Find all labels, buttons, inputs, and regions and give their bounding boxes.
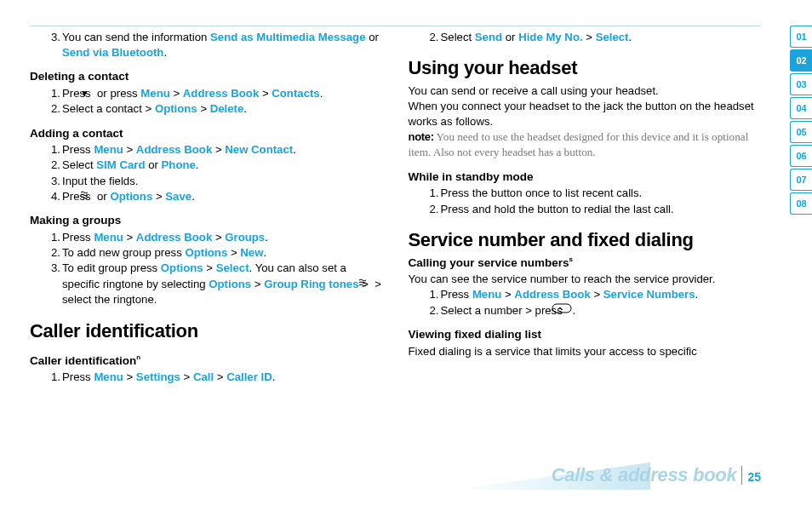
- subhead-calling-service: Calling your service numberss: [409, 255, 762, 271]
- chapter-tab-08[interactable]: 08: [790, 192, 812, 215]
- send-key-icon: [565, 302, 572, 318]
- text: Input the fields.: [62, 175, 138, 187]
- text: or: [366, 31, 379, 43]
- link-send-bt: Send via Bluetooth: [62, 46, 163, 59]
- subhead-caller-id: Caller identificationn: [30, 353, 383, 369]
- list-item: 2.Select SIM Card or Phone.: [30, 158, 383, 173]
- chapter-tab-02[interactable]: 02: [790, 49, 812, 72]
- link-caller-id: Caller ID: [226, 370, 272, 383]
- list-item: 1.Press Menu > Address Book > New Contac…: [30, 142, 383, 158]
- text: To edit group press: [62, 261, 161, 274]
- link-options: Options: [209, 278, 251, 290]
- subhead-fixed-dialing: Viewing fixed dialing list: [409, 327, 762, 343]
- link-options: Options: [110, 190, 152, 203]
- text: To add new group press: [62, 246, 185, 259]
- link-settings: Settings: [136, 370, 180, 383]
- superscript: n: [136, 353, 140, 361]
- heading-caller-id: Caller identification: [30, 318, 383, 344]
- link-options: Options: [185, 246, 227, 259]
- text: Press: [62, 87, 94, 100]
- list-item: 1.Press Menu > Address Book > Service Nu…: [409, 287, 762, 302]
- text: Select a contact >: [62, 102, 155, 115]
- link-address-book: Address Book: [136, 231, 212, 244]
- list-item: 3.To edit group press Options > Select. …: [30, 261, 383, 307]
- link-hide-my-no: Hide My No.: [518, 31, 582, 43]
- list-item: 1.Press the button once to list recent c…: [409, 186, 762, 201]
- headset-intro-2: When you connect your headset to the jac…: [409, 99, 762, 129]
- link-group-ring-tones: Group Ring tones: [264, 278, 358, 290]
- list-item: 2.To add new group press Options > New.: [30, 245, 383, 261]
- groups-steps: 1.Press Menu > Address Book > Groups. 2.…: [30, 230, 383, 308]
- text: Press the button once to list recent cal…: [441, 187, 643, 199]
- calling-intro: You can see the service number to reach …: [409, 272, 762, 287]
- link-send-mms: Send as Multimedia Message: [210, 31, 366, 43]
- text: Caller identification: [30, 353, 136, 366]
- text: Press: [441, 288, 472, 301]
- adding-steps: 1.Press Menu > Address Book > New Contac…: [30, 142, 383, 204]
- link-options: Options: [161, 261, 203, 274]
- fixed-dialing-text: Fixed dialing is a service that limits y…: [409, 344, 762, 359]
- heading-service-number: Service number and fixed dialing: [409, 227, 762, 253]
- link-select: Select: [216, 261, 249, 274]
- headset-note: note: You need to use the headset design…: [409, 129, 762, 160]
- link-new-contact: New Contact: [225, 143, 293, 156]
- list-item: 1.Press Menu > Settings > Call > Caller …: [30, 370, 383, 385]
- text: Press and hold the button to redial the …: [441, 203, 674, 215]
- footer-divider: [741, 466, 742, 485]
- link-options: Options: [155, 102, 197, 115]
- chapter-tab-01[interactable]: 01: [790, 26, 812, 48]
- chapter-tab-03[interactable]: 03: [790, 73, 812, 95]
- link-address-book: Address Book: [136, 143, 212, 156]
- text: or press: [94, 87, 140, 100]
- svg-rect-0: [552, 304, 571, 313]
- list-item: 1.Press ▼ or press Menu > Address Book >…: [30, 86, 383, 101]
- link-contacts: Contacts: [272, 87, 319, 100]
- chapter-tab-07[interactable]: 07: [790, 169, 812, 191]
- text: Press: [62, 143, 94, 156]
- text: Calling your service numbers: [409, 256, 569, 269]
- subhead-deleting: Deleting a contact: [30, 69, 383, 85]
- continued-list: 3.You can send the information Send as M…: [30, 30, 383, 60]
- link-groups: Groups: [225, 231, 265, 244]
- text: Press: [62, 231, 94, 244]
- list-item: 2.Select Send or Hide My No. > Select.: [409, 30, 762, 45]
- text: Select: [441, 31, 475, 43]
- text: or: [502, 31, 518, 43]
- link-call: Call: [193, 370, 214, 383]
- list-item: 4.Press or Options > Save.: [30, 189, 383, 205]
- link-new: New: [240, 246, 263, 259]
- page-footer: Calls & address book 25: [552, 464, 761, 486]
- subhead-groups: Making a groups: [30, 213, 383, 229]
- subhead-adding: Adding a contact: [30, 126, 383, 142]
- text: Select a number > press: [441, 304, 566, 317]
- deleting-steps: 1.Press ▼ or press Menu > Address Book >…: [30, 86, 383, 117]
- link-menu: Menu: [140, 87, 169, 100]
- text: You can send the information: [62, 31, 210, 43]
- right-column: 2.Select Send or Hide My No. > Select. U…: [409, 30, 762, 475]
- link-sim-card: SIM Card: [96, 158, 145, 171]
- text: or: [94, 190, 110, 203]
- list-item: 3.You can send the information Send as M…: [30, 30, 383, 60]
- page-number: 25: [747, 470, 761, 484]
- standby-steps: 1.Press the button once to list recent c…: [409, 186, 762, 216]
- list-item: 2.Select a contact > Options > Delete.: [30, 101, 383, 117]
- list-item: 2.Press and hold the button to redial th…: [409, 202, 762, 217]
- chapter-tab-04[interactable]: 04: [790, 97, 812, 119]
- link-menu: Menu: [94, 231, 123, 244]
- text: Select: [62, 158, 96, 171]
- chapter-tab-06[interactable]: 06: [790, 145, 812, 167]
- subhead-standby: While in standby mode: [409, 169, 762, 186]
- link-address-book: Address Book: [183, 87, 259, 100]
- footer-section-title: Calls & address book: [552, 464, 737, 486]
- headset-intro-1: You can send or receive a call using you…: [409, 83, 762, 99]
- note-text: You need to use the headset designed for…: [409, 130, 749, 158]
- chapter-tab-05[interactable]: 05: [790, 121, 812, 143]
- page-body: 3.You can send the information Send as M…: [30, 30, 761, 475]
- text: .: [163, 46, 167, 59]
- text: or: [145, 158, 161, 171]
- service-steps: 1.Press Menu > Address Book > Service Nu…: [409, 287, 762, 318]
- text: Press: [62, 370, 94, 383]
- link-service-numbers: Service Numbers: [603, 288, 695, 301]
- chapter-tabs: 0102030405060708: [790, 26, 812, 215]
- caller-id-steps: 1.Press Menu > Settings > Call > Caller …: [30, 370, 383, 385]
